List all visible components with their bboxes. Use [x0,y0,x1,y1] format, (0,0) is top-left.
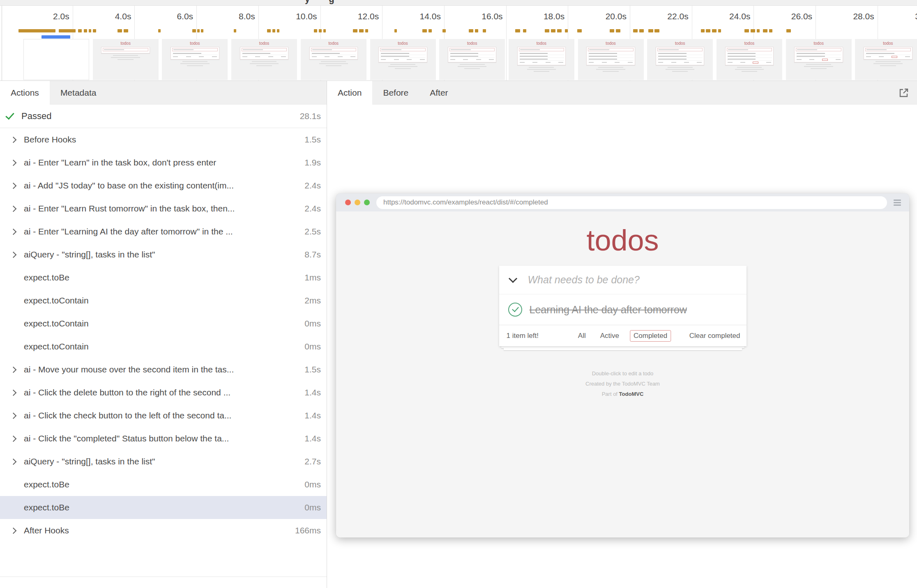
left-panel-tab[interactable]: Actions [0,81,50,105]
action-row[interactable]: ai - Move your mouse over the second ite… [0,358,327,381]
left-tab-bar: Actions Metadata [0,81,327,105]
toggle-all-chevron-icon[interactable] [508,274,517,283]
action-row[interactable]: ai - Click the check button to the left … [0,404,327,427]
action-duration: 8.7s [304,250,321,260]
thumbnail-footer-dash [671,62,676,63]
filmstrip-thumbnail[interactable]: todos [717,39,782,80]
new-todo-input[interactable]: What needs to be done? [528,274,640,286]
snapshot-tab[interactable]: Before [372,81,419,105]
filmstrip-thumbnail[interactable]: todos [439,39,505,80]
left-panel-tab[interactable]: Metadata [50,81,107,105]
action-row[interactable]: expect.toBe 1ms [0,266,327,289]
action-duration: 1ms [304,273,321,283]
thumbnail-todo-item [588,58,633,61]
thumbnail-footer-dash [394,59,399,60]
close-traffic-light[interactable] [345,200,351,205]
thumbnail-footer-dash [199,56,204,57]
chevron-right-icon[interactable] [10,527,17,534]
timeline-action-marker [523,29,526,32]
thumbnail-footer-dash [728,62,733,63]
address-bar[interactable]: https://todomvc.com/examples/react/dist/… [376,196,887,209]
action-label: expect.toBe [24,273,301,283]
action-row[interactable]: expect.toBe 0ms [0,496,327,519]
open-snapshot-external-button[interactable] [897,86,910,99]
thumbnail-todos-title: todos [231,41,297,46]
chevron-right-icon[interactable] [10,136,17,143]
action-duration: 1.4s [304,388,321,397]
filmstrip-thumbnail[interactable]: todos [231,39,297,80]
action-row[interactable]: expect.toContain 0ms [0,335,327,358]
minimize-traffic-light[interactable] [355,200,360,205]
snapshot-tab[interactable]: Action [327,81,372,105]
chevron-right-icon[interactable] [10,435,17,442]
thumbnail-footer-dash [589,62,594,63]
action-row[interactable]: After Hooks 166ms [0,519,327,542]
action-row[interactable]: ai - Add "JS today" to base on the exist… [0,174,327,197]
filmstrip-thumbnail[interactable]: todos [578,39,644,80]
chevron-right-icon[interactable] [10,182,17,189]
test-status-row[interactable]: Passed 28.1s [0,105,327,128]
filter-button[interactable]: Completed [630,330,671,342]
action-row[interactable]: ai - Enter "Learn Rust tomorrow" in the … [0,197,327,220]
filter-button[interactable]: All [574,330,590,342]
todo-completed-checkbox[interactable] [508,303,522,317]
action-row[interactable]: expect.toBe 0ms [0,473,327,496]
thumbnail-input-text [520,49,540,50]
filmstrip-thumbnail[interactable] [23,39,89,80]
filmstrip-thumbnail[interactable]: todos [162,39,228,80]
filter-button[interactable]: Active [597,330,623,342]
timeline-tick-label: 30.0s [891,11,917,21]
chevron-right-icon[interactable] [10,412,17,419]
action-row[interactable]: expect.toContain 0ms [0,312,327,335]
action-row[interactable]: expect.toContain 2ms [0,289,327,312]
filmstrip-thumbnail[interactable]: todos [509,39,574,80]
timeline-action-marker [277,29,279,32]
clear-completed-button[interactable]: Clear completed [689,332,740,340]
thumbnail-item-text [381,56,409,57]
action-label: aiQuery - "string[], tasks in the list" [24,250,301,260]
snapshot-tab[interactable]: After [419,81,458,105]
action-row[interactable]: ai - Enter "Learn" in the task box, don'… [0,151,327,174]
snapshot-viewer: https://todomvc.com/examples/react/dist/… [327,105,917,588]
thumbnail-todos-title: todos [439,41,505,46]
chevron-right-icon[interactable] [10,458,17,465]
chevron-right-icon[interactable] [10,251,17,258]
chevron-right-icon[interactable] [10,205,17,212]
thumbnail-input [449,48,495,51]
timeline-action-marker [197,29,200,32]
filmstrip-thumbnail[interactable]: todos [301,39,366,80]
timeline-track[interactable]: 2.0s4.0s6.0s8.0s10.0s12.0s14.0s16.0s18.0… [0,6,917,81]
chevron-right-icon[interactable] [10,159,17,166]
filmstrip-thumbnail[interactable]: todos [93,39,159,80]
action-row[interactable]: aiQuery - "string[], tasks in the list" … [0,243,327,266]
timeline-action-marker [365,29,369,32]
thumbnail-todo-card [794,47,843,62]
hamburger-menu-icon[interactable] [894,198,901,207]
chevron-right-icon[interactable] [10,228,17,235]
action-row[interactable]: ai - Enter "Learning AI the day after to… [0,220,327,243]
action-row[interactable]: aiQuery - "string[], tasks in the list" … [0,450,327,473]
filmstrip-thumbnail[interactable]: todos [647,39,713,80]
timeline-action-marker [757,29,760,32]
filmstrip-thumbnail[interactable]: todos [786,39,852,80]
thumbnail-footer [380,58,425,61]
timeline-tick-label: 2.0s [24,11,69,21]
action-row[interactable]: Before Hooks 1.5s [0,128,327,151]
thumbnail-footer-dash [697,62,702,63]
thumbnail-todos-title: todos [93,41,159,46]
chevron-right-icon[interactable] [10,389,17,396]
action-list: Before Hooks 1.5s ai - Enter "Learn" in … [0,128,327,542]
thumbnail-input-text [728,49,748,50]
action-row[interactable]: ai - Click the delete button to the righ… [0,381,327,404]
chevron-right-icon[interactable] [10,366,17,373]
filmstrip-thumbnail[interactable]: todos [370,39,436,80]
action-row[interactable]: ai - Click the "completed" Status button… [0,427,327,450]
thumbnail-todo-item [796,52,841,55]
timeline-selected-range-bar[interactable] [41,35,70,39]
action-label: expect.toContain [24,296,301,305]
snapshot-browser-window[interactable]: https://todomvc.com/examples/react/dist/… [336,193,909,537]
status-label: Passed [21,111,297,122]
zoom-traffic-light[interactable] [364,200,370,205]
filmstrip-thumbnail[interactable]: todos [855,39,917,80]
thumbnail-todo-item [657,52,703,55]
